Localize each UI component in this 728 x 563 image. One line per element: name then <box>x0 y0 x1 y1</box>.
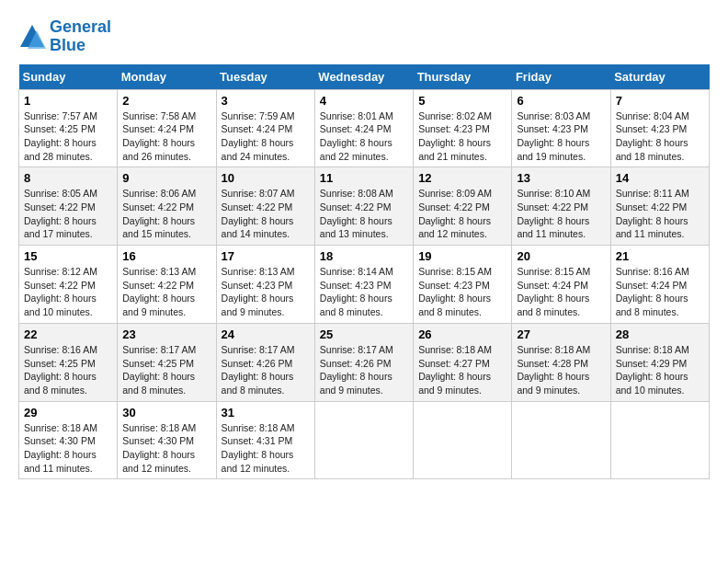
calendar-cell: 17 Sunrise: 8:13 AM Sunset: 4:23 PM Dayl… <box>216 246 314 324</box>
day-number: 4 <box>320 94 408 108</box>
day-info: Sunrise: 8:18 AM Sunset: 4:28 PM Dayligh… <box>517 343 605 397</box>
calendar-cell: 9 Sunrise: 8:06 AM Sunset: 4:22 PM Dayli… <box>118 167 216 246</box>
day-number: 18 <box>320 249 408 263</box>
day-number: 15 <box>24 249 112 263</box>
day-number: 25 <box>320 327 408 341</box>
calendar-cell: 26 Sunrise: 8:18 AM Sunset: 4:27 PM Dayl… <box>414 323 512 401</box>
calendar-cell: 1 Sunrise: 7:57 AM Sunset: 4:25 PM Dayli… <box>19 89 118 167</box>
day-header-sunday: Sunday <box>19 64 118 90</box>
calendar-cell <box>512 401 610 479</box>
calendar-cell: 11 Sunrise: 8:08 AM Sunset: 4:22 PM Dayl… <box>314 167 413 246</box>
day-number: 17 <box>222 249 310 263</box>
day-number: 21 <box>616 249 704 263</box>
day-number: 6 <box>517 94 605 108</box>
day-number: 7 <box>616 94 704 108</box>
day-number: 30 <box>122 406 210 419</box>
day-info: Sunrise: 8:18 AM Sunset: 4:30 PM Dayligh… <box>24 421 112 476</box>
calendar-cell: 31 Sunrise: 8:18 AM Sunset: 4:31 PM Dayl… <box>216 401 314 479</box>
calendar-cell: 15 Sunrise: 8:12 AM Sunset: 4:22 PM Dayl… <box>19 246 118 324</box>
calendar-cell: 21 Sunrise: 8:16 AM Sunset: 4:24 PM Dayl… <box>610 246 709 324</box>
day-number: 9 <box>122 171 210 185</box>
calendar-cell: 19 Sunrise: 8:15 AM Sunset: 4:23 PM Dayl… <box>414 246 512 324</box>
day-info: Sunrise: 8:17 AM Sunset: 4:25 PM Dayligh… <box>122 343 210 397</box>
calendar-header-row: SundayMondayTuesdayWednesdayThursdayFrid… <box>19 64 710 90</box>
calendar-cell: 28 Sunrise: 8:18 AM Sunset: 4:29 PM Dayl… <box>610 323 709 401</box>
day-info: Sunrise: 8:13 AM Sunset: 4:23 PM Dayligh… <box>222 265 310 319</box>
day-info: Sunrise: 8:16 AM Sunset: 4:24 PM Dayligh… <box>616 265 704 319</box>
day-number: 24 <box>222 327 310 341</box>
logo-icon <box>18 23 46 51</box>
calendar-cell: 29 Sunrise: 8:18 AM Sunset: 4:30 PM Dayl… <box>19 401 118 479</box>
day-info: Sunrise: 8:09 AM Sunset: 4:22 PM Dayligh… <box>418 187 506 241</box>
day-info: Sunrise: 8:16 AM Sunset: 4:25 PM Dayligh… <box>24 343 112 397</box>
calendar-cell: 14 Sunrise: 8:11 AM Sunset: 4:22 PM Dayl… <box>610 167 709 246</box>
page-header: General Blue <box>18 18 710 55</box>
calendar-cell: 8 Sunrise: 8:05 AM Sunset: 4:22 PM Dayli… <box>19 167 118 246</box>
day-info: Sunrise: 8:15 AM Sunset: 4:23 PM Dayligh… <box>418 265 506 319</box>
calendar-cell: 24 Sunrise: 8:17 AM Sunset: 4:26 PM Dayl… <box>216 323 314 401</box>
calendar-cell: 10 Sunrise: 8:07 AM Sunset: 4:22 PM Dayl… <box>216 167 314 246</box>
calendar-week-1: 1 Sunrise: 7:57 AM Sunset: 4:25 PM Dayli… <box>19 89 710 167</box>
day-info: Sunrise: 8:15 AM Sunset: 4:24 PM Dayligh… <box>517 265 605 319</box>
day-number: 20 <box>517 249 605 263</box>
calendar-cell <box>414 401 512 479</box>
calendar-cell <box>610 401 709 479</box>
day-header-saturday: Saturday <box>610 64 709 90</box>
day-info: Sunrise: 8:02 AM Sunset: 4:23 PM Dayligh… <box>418 109 506 164</box>
day-info: Sunrise: 8:18 AM Sunset: 4:29 PM Dayligh… <box>616 343 704 397</box>
calendar-cell: 18 Sunrise: 8:14 AM Sunset: 4:23 PM Dayl… <box>314 246 413 324</box>
calendar-week-3: 15 Sunrise: 8:12 AM Sunset: 4:22 PM Dayl… <box>19 246 710 324</box>
day-info: Sunrise: 8:17 AM Sunset: 4:26 PM Dayligh… <box>320 343 408 397</box>
day-number: 13 <box>517 171 605 185</box>
day-number: 28 <box>616 327 704 341</box>
calendar-cell: 23 Sunrise: 8:17 AM Sunset: 4:25 PM Dayl… <box>118 323 216 401</box>
calendar-cell: 30 Sunrise: 8:18 AM Sunset: 4:30 PM Dayl… <box>118 401 216 479</box>
calendar-cell: 13 Sunrise: 8:10 AM Sunset: 4:22 PM Dayl… <box>512 167 610 246</box>
day-number: 23 <box>122 327 210 341</box>
day-number: 14 <box>616 171 704 185</box>
day-info: Sunrise: 8:13 AM Sunset: 4:22 PM Dayligh… <box>122 265 210 319</box>
calendar-cell: 25 Sunrise: 8:17 AM Sunset: 4:26 PM Dayl… <box>314 323 413 401</box>
day-header-friday: Friday <box>512 64 610 90</box>
day-number: 12 <box>418 171 506 185</box>
day-info: Sunrise: 8:03 AM Sunset: 4:23 PM Dayligh… <box>517 109 605 164</box>
day-number: 29 <box>24 406 112 419</box>
calendar-table: SundayMondayTuesdayWednesdayThursdayFrid… <box>18 64 710 480</box>
day-number: 22 <box>24 327 112 341</box>
calendar-cell: 6 Sunrise: 8:03 AM Sunset: 4:23 PM Dayli… <box>512 89 610 167</box>
calendar-cell: 4 Sunrise: 8:01 AM Sunset: 4:24 PM Dayli… <box>314 89 413 167</box>
logo: General Blue <box>18 18 111 55</box>
day-number: 19 <box>418 249 506 263</box>
day-info: Sunrise: 8:12 AM Sunset: 4:22 PM Dayligh… <box>24 265 112 319</box>
day-info: Sunrise: 8:10 AM Sunset: 4:22 PM Dayligh… <box>517 187 605 241</box>
calendar-week-5: 29 Sunrise: 8:18 AM Sunset: 4:30 PM Dayl… <box>19 401 710 479</box>
calendar-body: 1 Sunrise: 7:57 AM Sunset: 4:25 PM Dayli… <box>19 89 710 479</box>
day-number: 8 <box>24 171 112 185</box>
day-info: Sunrise: 7:57 AM Sunset: 4:25 PM Dayligh… <box>24 109 112 164</box>
day-number: 1 <box>24 94 112 108</box>
calendar-week-4: 22 Sunrise: 8:16 AM Sunset: 4:25 PM Dayl… <box>19 323 710 401</box>
day-info: Sunrise: 8:14 AM Sunset: 4:23 PM Dayligh… <box>320 265 408 319</box>
day-number: 27 <box>517 327 605 341</box>
logo-text: General Blue <box>50 18 111 55</box>
calendar-cell: 16 Sunrise: 8:13 AM Sunset: 4:22 PM Dayl… <box>118 246 216 324</box>
day-info: Sunrise: 8:05 AM Sunset: 4:22 PM Dayligh… <box>24 187 112 241</box>
day-info: Sunrise: 7:59 AM Sunset: 4:24 PM Dayligh… <box>222 109 310 164</box>
day-info: Sunrise: 7:58 AM Sunset: 4:24 PM Dayligh… <box>122 109 210 164</box>
day-info: Sunrise: 8:17 AM Sunset: 4:26 PM Dayligh… <box>222 343 310 397</box>
day-number: 3 <box>222 94 310 108</box>
calendar-cell: 22 Sunrise: 8:16 AM Sunset: 4:25 PM Dayl… <box>19 323 118 401</box>
calendar-cell: 7 Sunrise: 8:04 AM Sunset: 4:23 PM Dayli… <box>610 89 709 167</box>
day-info: Sunrise: 8:08 AM Sunset: 4:22 PM Dayligh… <box>320 187 408 241</box>
calendar-cell <box>314 401 413 479</box>
calendar-cell: 12 Sunrise: 8:09 AM Sunset: 4:22 PM Dayl… <box>414 167 512 246</box>
day-number: 16 <box>122 249 210 263</box>
day-number: 5 <box>418 94 506 108</box>
day-number: 26 <box>418 327 506 341</box>
day-number: 31 <box>222 406 310 419</box>
day-info: Sunrise: 8:01 AM Sunset: 4:24 PM Dayligh… <box>320 109 408 164</box>
day-info: Sunrise: 8:18 AM Sunset: 4:30 PM Dayligh… <box>122 421 210 476</box>
day-number: 2 <box>122 94 210 108</box>
day-info: Sunrise: 8:18 AM Sunset: 4:31 PM Dayligh… <box>222 421 310 476</box>
calendar-cell: 3 Sunrise: 7:59 AM Sunset: 4:24 PM Dayli… <box>216 89 314 167</box>
